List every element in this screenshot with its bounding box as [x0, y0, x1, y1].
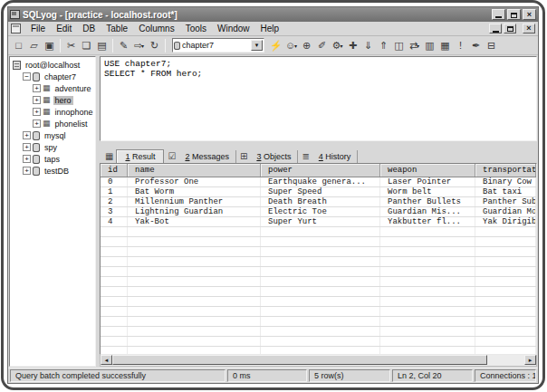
grid-cell[interactable]: Death Breath: [261, 197, 380, 206]
tree-item-chapter7[interactable]: −chapter7: [10, 71, 95, 82]
insert-update-icon[interactable]: ✚: [345, 38, 360, 53]
horizontal-scrollbar[interactable]: ◂ ▸: [100, 355, 537, 367]
table-row[interactable]: 0Professor OneEarthquake genera...Laser …: [101, 177, 536, 187]
grid-cell[interactable]: Guardian Mis...: [380, 207, 475, 216]
menu-item-window[interactable]: Window: [212, 23, 255, 34]
scroll-right-arrow-icon[interactable]: ▸: [524, 355, 536, 365]
scrollbar-thumb[interactable]: [112, 355, 487, 365]
menu-item-help[interactable]: Help: [255, 23, 285, 34]
mdi-minimize-button[interactable]: [489, 24, 502, 33]
tab-history[interactable]: 4 History: [312, 150, 359, 163]
tree-item-adventure[interactable]: +▦adventure: [10, 82, 95, 94]
close-button[interactable]: ×: [523, 9, 536, 20]
grid-cell[interactable]: Guardian Mope: [475, 207, 536, 216]
grid-cell[interactable]: 4: [101, 217, 128, 226]
grid-cell[interactable]: Super Speed: [261, 187, 380, 196]
menu-item-columns[interactable]: Columns: [133, 23, 179, 34]
grid-cell[interactable]: Worm belt: [380, 187, 475, 196]
grid-cell[interactable]: 3: [101, 207, 128, 216]
table-row[interactable]: 2Millennium PantherDeath BreathPanther B…: [101, 197, 536, 207]
import-data-icon[interactable]: ⇓: [360, 38, 376, 53]
schema-designer-icon[interactable]: ⊟: [484, 38, 499, 53]
copy-database-icon[interactable]: ▥: [422, 38, 437, 53]
query-builder-icon[interactable]: ✐: [314, 38, 330, 53]
expand-toggle-icon[interactable]: +: [33, 96, 41, 104]
menu-item-table[interactable]: Table: [101, 23, 133, 34]
grid-cell[interactable]: Lightning Guardian: [128, 207, 261, 216]
menu-item-edit[interactable]: Edit: [51, 23, 77, 34]
table-maker-icon[interactable]: ⚙▾: [330, 38, 345, 53]
chevron-down-icon[interactable]: ▾: [294, 43, 297, 49]
next-result-icon[interactable]: ⇨▾: [131, 38, 147, 53]
column-header-transportati[interactable]: transportati: [475, 164, 536, 177]
grid-cell[interactable]: Yak-Bot: [128, 217, 261, 226]
table-row[interactable]: 3Lightning GuardianElectric ToeGuardian …: [101, 207, 536, 217]
mdi-child-icon[interactable]: [11, 24, 21, 33]
grid-cell[interactable]: Laser Pointer: [380, 177, 475, 186]
sql-editor[interactable]: USE chapter7;SELECT * FROM hero;: [100, 56, 537, 141]
sync-database-icon[interactable]: ⇄▾: [407, 38, 422, 53]
cut-icon[interactable]: ✂: [63, 38, 79, 53]
grid-cell[interactable]: Earthquake genera...: [261, 177, 380, 186]
expand-toggle-icon[interactable]: +: [33, 84, 41, 92]
copy-icon[interactable]: ❏: [79, 38, 94, 53]
column-header-power[interactable]: power: [261, 164, 380, 177]
grid-cell[interactable]: Bat Worm: [128, 187, 261, 196]
execute-query-icon[interactable]: ✎: [116, 38, 131, 53]
expand-toggle-icon[interactable]: +: [33, 108, 41, 116]
grid-cell[interactable]: Panther Subme: [475, 197, 536, 206]
tree-item-phonelist[interactable]: +▦phonelist: [10, 118, 95, 129]
grid-cell[interactable]: Professor One: [128, 177, 261, 186]
grid-cell[interactable]: 2: [101, 197, 128, 206]
chevron-down-icon[interactable]: ▾: [417, 43, 419, 49]
table-row[interactable]: 4Yak-BotSuper YurtYakbutter fl...Yak Dir…: [101, 217, 536, 227]
table-row[interactable]: 1Bat WormSuper SpeedWorm beltBat taxi: [101, 187, 536, 197]
open-file-icon[interactable]: ▱: [26, 38, 42, 53]
collapse-toggle-icon[interactable]: −: [23, 72, 31, 81]
tree-item-spy[interactable]: +spy: [10, 141, 95, 153]
tree-item-taps[interactable]: +taps: [10, 153, 95, 165]
refresh-icon[interactable]: ↻: [147, 38, 162, 53]
restore-button[interactable]: [507, 9, 521, 20]
grid-cell[interactable]: Millennium Panther: [128, 197, 261, 206]
expand-toggle-icon[interactable]: +: [23, 131, 31, 139]
chevron-down-icon[interactable]: ▾: [141, 43, 144, 49]
menu-item-db[interactable]: DB: [77, 23, 101, 34]
scroll-left-arrow-icon[interactable]: ◂: [101, 355, 112, 365]
expand-toggle-icon[interactable]: +: [33, 120, 41, 128]
tree-item-root-localhost[interactable]: root@localhost: [10, 59, 95, 71]
save-icon[interactable]: ▣: [42, 38, 57, 53]
backup-database-icon[interactable]: ◫: [391, 38, 407, 53]
blob-viewer-icon[interactable]: ✒: [468, 38, 484, 53]
column-header-weapon[interactable]: weapon: [380, 164, 475, 177]
expand-toggle-icon[interactable]: +: [23, 167, 31, 175]
column-header-id[interactable]: id: [101, 164, 128, 177]
tree-item-mysql[interactable]: +mysql: [10, 129, 95, 141]
grid-cell[interactable]: Super Yurt: [261, 217, 380, 226]
column-header-name[interactable]: name: [128, 164, 261, 177]
title-bar[interactable]: SQLyog - [practice - localhost.root*] ×: [8, 7, 538, 22]
grid-cell[interactable]: Yakbutter fl...: [380, 217, 475, 226]
minimize-button[interactable]: [492, 9, 505, 20]
tab-result[interactable]: 1 Result: [116, 149, 164, 163]
mdi-close-button[interactable]: ×: [523, 24, 535, 33]
grid-cell[interactable]: Bat taxi: [475, 187, 536, 196]
tab-objects[interactable]: 3 Objects: [250, 150, 298, 163]
scrollbar-track[interactable]: [487, 355, 524, 366]
tree-item-hero[interactable]: +▦hero: [10, 94, 95, 106]
create-database-icon[interactable]: ⊕: [299, 38, 314, 53]
tree-item-innophone[interactable]: +▦innophone: [10, 106, 95, 118]
menu-item-file[interactable]: File: [25, 23, 51, 34]
mdi-restore-button[interactable]: [504, 24, 516, 33]
table-data-icon[interactable]: ▦: [437, 38, 453, 53]
tab-messages[interactable]: 2 Messages: [178, 150, 236, 163]
menu-item-tools[interactable]: Tools: [180, 23, 212, 34]
tree-item-testdb[interactable]: +testDB: [10, 165, 95, 177]
grid-cell[interactable]: Binary Cow: [475, 177, 536, 186]
expand-toggle-icon[interactable]: +: [23, 155, 31, 163]
paste-icon[interactable]: ▤: [94, 38, 110, 53]
expand-toggle-icon[interactable]: +: [23, 143, 31, 151]
grid-cell[interactable]: 1: [101, 187, 128, 196]
export-data-icon[interactable]: ⇑: [376, 38, 391, 53]
database-combobox[interactable]: chapter7 ▼: [172, 38, 264, 53]
